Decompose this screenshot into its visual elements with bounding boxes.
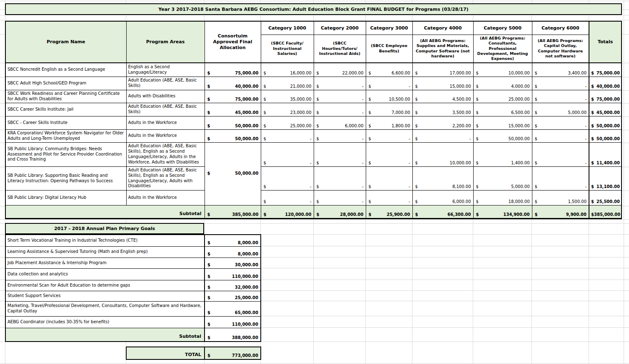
currency-symbol: $: [369, 84, 371, 89]
category-2000-cell: $22,000.00: [314, 63, 366, 77]
goal-amount-cell: $8,000.00: [205, 246, 261, 258]
category-3000-cell: $-: [366, 166, 412, 190]
category-4000-cell: $6,000.00: [412, 190, 473, 205]
gridline: [0, 219, 629, 220]
category-1000-cell: $-: [261, 166, 314, 190]
currency-symbol: $: [207, 212, 210, 217]
currency-symbol: $: [535, 184, 537, 189]
gridline: [624, 0, 624, 364]
currency-symbol: $: [591, 161, 594, 165]
currency-symbol: $: [317, 199, 319, 204]
category-1000-cell: $-: [261, 190, 314, 205]
program-areas-cell: Adults in the Workforce: [126, 116, 205, 129]
category-5000-cell: $15,000.00: [473, 116, 532, 129]
col-subheader-category-6000: (All AEBG Programs: Capital Outlay, Comp…: [532, 35, 589, 63]
currency-symbol: $: [591, 97, 594, 102]
currency-symbol: $: [591, 110, 594, 115]
currency-symbol: $: [369, 199, 371, 204]
allocation-cell: $75,000.00: [205, 63, 261, 77]
subtotal-category-3000-cell: $25,900.00: [366, 205, 412, 218]
currency-symbol: $: [535, 199, 537, 204]
table-row: SBCC Adult High School/GED Program Adult…: [5, 77, 622, 90]
goal-row: Student Support Services $25,000.00: [5, 291, 261, 301]
currency-symbol: $: [264, 97, 266, 102]
row-total-cell: $75,000.00: [589, 90, 622, 103]
category-2000-cell: $-: [314, 77, 366, 90]
category-3000-cell: $6,600.00: [366, 63, 412, 77]
category-6000-cell: $5,000.00: [532, 103, 589, 116]
currency-symbol: $: [317, 212, 319, 217]
document-title-bar: Year 3 2017-2018 Santa Barbara AEBG Cons…: [5, 3, 622, 15]
subtotal-allocation-cell: $385,000.00: [205, 205, 261, 218]
goal-label-cell: Environmental Scan for Adult Education t…: [5, 280, 205, 291]
program-areas-cell: Adult Education (ABE, ASE, Basic Skills)…: [126, 166, 205, 190]
grand-total-box: TOTAL $773,000.00: [126, 347, 261, 360]
currency-symbol: $: [369, 110, 371, 115]
allocation-cell: $40,000.00: [205, 77, 261, 90]
category-1000-cell: $-: [261, 129, 314, 142]
budget-table: Program Name Program Areas Consortuim Ap…: [5, 21, 622, 219]
col-header-category-4000: Category 4000: [412, 21, 473, 35]
currency-symbol: $: [476, 124, 479, 128]
program-name-cell: SBCC Noncredit English as a Second Langu…: [5, 63, 126, 77]
currency-symbol: $: [207, 285, 210, 290]
currency-symbol: $: [317, 136, 319, 141]
category-4000-cell: $2,200.00: [412, 116, 473, 129]
category-2000-cell: $-: [314, 166, 366, 190]
goal-label-cell: AEBG Coordinator (includes 30-35% for be…: [5, 316, 205, 328]
currency-symbol: $: [317, 184, 319, 189]
col-header-category-1000: Category 1000: [261, 21, 314, 35]
gridline: [0, 363, 629, 364]
currency-symbol: $: [207, 252, 210, 256]
category-1000-cell: $21,000.00: [261, 77, 314, 90]
currency-symbol: $: [207, 84, 210, 89]
goals-subtotal-amount-cell: $388,000.00: [205, 328, 261, 342]
subtotal-total-cell: $385,000.00: [589, 205, 622, 218]
currency-symbol: $: [591, 184, 594, 189]
category-1000-cell: $35,000.00: [261, 90, 314, 103]
currency-symbol: $: [317, 110, 319, 115]
currency-symbol: $: [476, 110, 479, 115]
currency-symbol: $: [207, 322, 210, 327]
currency-symbol: $: [415, 84, 418, 89]
currency-symbol: $: [207, 136, 210, 141]
category-2000-cell: $-: [314, 90, 366, 103]
program-name-cell: SB Public Library: Digital Literacy Hub: [5, 190, 126, 205]
category-5000-cell: $18,000.00: [473, 190, 532, 205]
table-row: KRA Corporation/ Workforce System Naviga…: [5, 129, 622, 142]
row-total-cell: $11,400.00: [589, 142, 622, 166]
currency-symbol: $: [476, 161, 479, 165]
goals-subtotal-label: Subtotal: [5, 328, 205, 342]
category-5000-cell: $5,000.00: [473, 166, 532, 190]
goals-table-title: 2017 - 2018 Annual Plan Primary Goals: [54, 226, 155, 231]
table-row: SBCC Career Skills Institute: Jail Adult…: [5, 103, 622, 116]
goal-row: Environmental Scan for Adult Education t…: [5, 280, 261, 291]
row-total-cell: $75,000.00: [589, 63, 622, 77]
currency-symbol: $: [415, 199, 418, 204]
category-5000-cell: $50,000.00: [473, 129, 532, 142]
currency-symbol: $: [207, 353, 210, 358]
subtotal-category-6000-cell: $9,900.00: [532, 205, 589, 218]
goal-amount-cell: $30,000.00: [205, 258, 261, 268]
col-header-program-areas: Program Areas: [126, 21, 205, 63]
goal-amount-cell: $25,000.00: [205, 291, 261, 301]
goal-row: Data collection and analytics $110,000.0…: [5, 268, 261, 280]
currency-symbol: $: [535, 110, 537, 115]
currency-symbol: $: [476, 84, 479, 89]
table-row: SBCC Work Readiness and Career Planning …: [5, 90, 622, 103]
currency-symbol: $: [317, 124, 319, 128]
currency-symbol: $: [264, 110, 266, 115]
category-5000-cell: $25,000.00: [473, 90, 532, 103]
currency-symbol: $: [264, 184, 266, 189]
currency-symbol: $: [476, 71, 479, 75]
currency-symbol: $: [415, 136, 418, 141]
currency-symbol: $: [535, 212, 538, 217]
goals-table-header: 2017 - 2018 Annual Plan Primary Goals: [5, 223, 204, 234]
currency-symbol: $: [591, 124, 594, 128]
currency-symbol: $: [317, 161, 319, 165]
goal-row: Learning Assistance & Supervised Tutorin…: [5, 246, 261, 258]
category-5000-cell: $1,400.00: [473, 142, 532, 166]
program-name-cell: SB Public Library: Supporting Basic Read…: [5, 166, 126, 190]
currency-symbol: $: [207, 71, 210, 75]
currency-symbol: $: [207, 262, 210, 267]
